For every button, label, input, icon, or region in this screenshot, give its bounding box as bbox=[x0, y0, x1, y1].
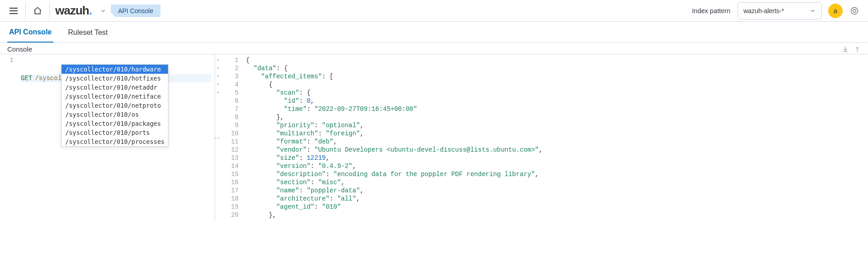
svg-point-0 bbox=[851, 7, 858, 14]
index-pattern-label: Index pattern bbox=[692, 7, 730, 14]
index-pattern-select[interactable]: wazuh-alerts-* bbox=[738, 2, 822, 19]
user-avatar[interactable]: a bbox=[828, 4, 843, 18]
tab-ruleset-test[interactable]: Ruleset Test bbox=[66, 29, 110, 42]
console-header: Console bbox=[0, 43, 868, 54]
response-body: { "data": { "affected_items": [ { "scan"… bbox=[242, 54, 546, 221]
autocomplete-item[interactable]: /syscollector/010/hardware bbox=[62, 65, 168, 74]
tabs: API Console Ruleset Test bbox=[0, 22, 868, 43]
home-button[interactable] bbox=[29, 3, 46, 19]
autocomplete-item[interactable]: /syscollector/010/netproto bbox=[62, 101, 168, 110]
http-method: GET bbox=[21, 74, 32, 82]
console: 1 GET /syscollector/010/ /syscollector/0… bbox=[0, 54, 868, 221]
menu-toggle-button[interactable] bbox=[5, 3, 22, 19]
request-line-numbers: 1 bbox=[0, 54, 17, 117]
chevron-down-icon[interactable] bbox=[100, 8, 106, 14]
console-title: Console bbox=[7, 45, 32, 53]
help-icon[interactable] bbox=[854, 46, 861, 53]
divider bbox=[49, 2, 50, 20]
logo-text: wazuh bbox=[55, 4, 89, 17]
autocomplete-item[interactable]: /syscollector/010/ports bbox=[62, 128, 168, 137]
top-bar: wazuh. API Console Index pattern wazuh-a… bbox=[0, 0, 868, 22]
ring-icon bbox=[850, 6, 859, 15]
response-pane[interactable]: ▾▾▾▾▾ 1234567891011121314151617181920 { … bbox=[215, 54, 868, 221]
response-line-numbers: 1234567891011121314151617181920 bbox=[221, 54, 242, 221]
tab-api-console[interactable]: API Console bbox=[7, 28, 53, 43]
divider bbox=[25, 2, 26, 20]
fold-gutter: ▾▾▾▾▾ bbox=[215, 56, 221, 219]
autocomplete-item[interactable]: /syscollector/010/hotfixes bbox=[62, 74, 168, 83]
svg-point-1 bbox=[853, 9, 856, 12]
brand-logo[interactable]: wazuh. bbox=[55, 4, 92, 18]
chevron-down-icon bbox=[810, 8, 816, 14]
index-pattern-value: wazuh-alerts-* bbox=[743, 7, 784, 14]
autocomplete-item[interactable]: /syscollector/010/processes bbox=[62, 137, 168, 146]
home-icon bbox=[33, 6, 42, 15]
logo-dot: . bbox=[89, 4, 91, 17]
request-pane[interactable]: 1 GET /syscollector/010/ /syscollector/0… bbox=[0, 54, 215, 221]
autocomplete-item[interactable]: /syscollector/010/packages bbox=[62, 119, 168, 128]
breadcrumb-current[interactable]: API Console bbox=[111, 5, 161, 17]
download-icon[interactable] bbox=[842, 46, 849, 53]
autocomplete-popup[interactable]: /syscollector/010/hardware/syscollector/… bbox=[61, 64, 168, 147]
hamburger-icon bbox=[10, 8, 18, 14]
autocomplete-item[interactable]: /syscollector/010/netaddr bbox=[62, 83, 168, 92]
extension-button[interactable] bbox=[846, 3, 863, 19]
autocomplete-item[interactable]: /syscollector/010/netiface bbox=[62, 92, 168, 101]
svg-point-2 bbox=[857, 51, 857, 51]
autocomplete-item[interactable]: /syscollector/010/os bbox=[62, 110, 168, 119]
